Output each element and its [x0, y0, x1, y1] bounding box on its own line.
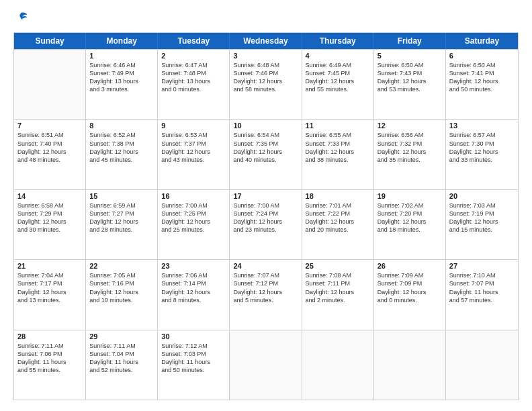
- sunrise-text: Sunrise: 6:59 AM: [89, 201, 154, 210]
- daylight-text-line2: and 50 minutes.: [161, 366, 226, 374]
- day-number: 7: [17, 122, 82, 130]
- daylight-text-line2: and 8 minutes.: [161, 296, 226, 304]
- day-number: 19: [378, 192, 442, 200]
- logo-bird-icon: [13, 11, 28, 26]
- calendar-cell: 17Sunrise: 7:00 AMSunset: 7:24 PMDayligh…: [230, 190, 302, 259]
- sunset-text: Sunset: 7:37 PM: [161, 140, 226, 148]
- calendar-cell: [230, 330, 302, 400]
- sunset-text: Sunset: 7:20 PM: [378, 210, 442, 218]
- sunrise-text: Sunrise: 6:48 AM: [233, 61, 298, 69]
- daylight-text-line1: Daylight: 12 hours: [233, 288, 298, 296]
- sunset-text: Sunset: 7:33 PM: [306, 140, 370, 148]
- sunrise-text: Sunrise: 6:47 AM: [161, 61, 226, 69]
- calendar-cell: 30Sunrise: 7:12 AMSunset: 7:03 PMDayligh…: [158, 330, 230, 400]
- calendar-cell: 21Sunrise: 7:04 AMSunset: 7:17 PMDayligh…: [14, 260, 86, 329]
- day-number: 13: [449, 122, 515, 130]
- sunset-text: Sunset: 7:19 PM: [449, 210, 515, 218]
- daylight-text-line1: Daylight: 12 hours: [306, 148, 370, 156]
- calendar-cell: 25Sunrise: 7:08 AMSunset: 7:11 PMDayligh…: [302, 260, 374, 329]
- sunset-text: Sunset: 7:11 PM: [306, 279, 370, 287]
- daylight-text-line1: Daylight: 12 hours: [378, 218, 442, 226]
- header-day-wednesday: Wednesday: [230, 33, 302, 49]
- day-number: 26: [378, 262, 442, 270]
- logo: [13, 11, 31, 26]
- calendar-cell: 4Sunrise: 6:49 AMSunset: 7:45 PMDaylight…: [302, 50, 374, 119]
- sunrise-text: Sunrise: 7:00 AM: [161, 201, 226, 210]
- daylight-text-line2: and 48 minutes.: [17, 156, 82, 164]
- day-number: 8: [89, 122, 154, 130]
- daylight-text-line2: and 18 minutes.: [378, 226, 442, 234]
- day-number: 12: [378, 122, 442, 130]
- calendar-cell: 1Sunrise: 6:46 AMSunset: 7:49 PMDaylight…: [86, 50, 158, 119]
- daylight-text-line2: and 0 minutes.: [161, 85, 226, 93]
- calendar-cell: 28Sunrise: 7:11 AMSunset: 7:06 PMDayligh…: [14, 330, 86, 400]
- daylight-text-line2: and 30 minutes.: [17, 226, 82, 234]
- sunset-text: Sunset: 7:24 PM: [233, 210, 298, 218]
- daylight-text-line2: and 2 minutes.: [306, 296, 370, 304]
- daylight-text-line1: Daylight: 12 hours: [378, 77, 442, 85]
- daylight-text-line2: and 0 minutes.: [378, 296, 442, 304]
- sunrise-text: Sunrise: 6:49 AM: [306, 61, 370, 69]
- sunset-text: Sunset: 7:46 PM: [233, 69, 298, 77]
- sunrise-text: Sunrise: 7:07 AM: [233, 271, 298, 279]
- calendar-cell: 23Sunrise: 7:06 AMSunset: 7:14 PMDayligh…: [158, 260, 230, 329]
- daylight-text-line1: Daylight: 12 hours: [378, 288, 442, 296]
- daylight-text-line2: and 45 minutes.: [89, 156, 154, 164]
- sunrise-text: Sunrise: 7:12 AM: [161, 342, 226, 350]
- daylight-text-line1: Daylight: 12 hours: [449, 218, 515, 226]
- header-day-saturday: Saturday: [446, 33, 518, 49]
- calendar-cell: 19Sunrise: 7:02 AMSunset: 7:20 PMDayligh…: [374, 190, 446, 259]
- calendar-week-1: 1Sunrise: 6:46 AMSunset: 7:49 PMDaylight…: [14, 49, 518, 119]
- sunset-text: Sunset: 7:27 PM: [89, 210, 154, 218]
- daylight-text-line1: Daylight: 12 hours: [233, 148, 298, 156]
- sunset-text: Sunset: 7:32 PM: [378, 140, 442, 148]
- day-number: 22: [89, 262, 154, 270]
- day-number: 3: [233, 52, 298, 60]
- sunset-text: Sunset: 7:29 PM: [17, 210, 82, 218]
- day-number: 18: [306, 192, 370, 200]
- day-number: 28: [17, 332, 82, 340]
- day-number: 20: [449, 192, 515, 200]
- daylight-text-line1: Daylight: 12 hours: [378, 148, 442, 156]
- sunset-text: Sunset: 7:07 PM: [449, 279, 515, 287]
- calendar-header: SundayMondayTuesdayWednesdayThursdayFrid…: [14, 33, 518, 49]
- calendar-week-5: 28Sunrise: 7:11 AMSunset: 7:06 PMDayligh…: [14, 330, 518, 400]
- daylight-text-line1: Daylight: 12 hours: [17, 218, 82, 226]
- daylight-text-line2: and 40 minutes.: [233, 156, 298, 164]
- sunrise-text: Sunrise: 6:46 AM: [89, 61, 154, 69]
- day-number: 2: [161, 52, 226, 60]
- sunset-text: Sunset: 7:38 PM: [89, 140, 154, 148]
- daylight-text-line1: Daylight: 11 hours: [17, 358, 82, 366]
- calendar-cell: 12Sunrise: 6:56 AMSunset: 7:32 PMDayligh…: [374, 120, 446, 189]
- calendar-cell: 6Sunrise: 6:50 AMSunset: 7:41 PMDaylight…: [446, 50, 518, 119]
- sunrise-text: Sunrise: 6:52 AM: [89, 131, 154, 139]
- day-number: 10: [233, 122, 298, 130]
- page-header: [13, 11, 519, 26]
- daylight-text-line2: and 55 minutes.: [306, 85, 370, 93]
- daylight-text-line2: and 13 minutes.: [17, 296, 82, 304]
- daylight-text-line1: Daylight: 12 hours: [449, 148, 515, 156]
- calendar-cell: 13Sunrise: 6:57 AMSunset: 7:30 PMDayligh…: [446, 120, 518, 189]
- calendar-cell: 5Sunrise: 6:50 AMSunset: 7:43 PMDaylight…: [374, 50, 446, 119]
- sunrise-text: Sunrise: 6:51 AM: [17, 131, 82, 139]
- calendar-cell: 24Sunrise: 7:07 AMSunset: 7:12 PMDayligh…: [230, 260, 302, 329]
- calendar-cell: 9Sunrise: 6:53 AMSunset: 7:37 PMDaylight…: [158, 120, 230, 189]
- sunrise-text: Sunrise: 7:11 AM: [17, 342, 82, 350]
- sunset-text: Sunset: 7:09 PM: [378, 279, 442, 287]
- daylight-text-line2: and 50 minutes.: [449, 85, 515, 93]
- sunset-text: Sunset: 7:17 PM: [17, 279, 82, 287]
- sunrise-text: Sunrise: 6:55 AM: [306, 131, 370, 139]
- sunset-text: Sunset: 7:12 PM: [233, 279, 298, 287]
- calendar-cell: 2Sunrise: 6:47 AMSunset: 7:48 PMDaylight…: [158, 50, 230, 119]
- header-day-tuesday: Tuesday: [158, 33, 230, 49]
- calendar-cell: 16Sunrise: 7:00 AMSunset: 7:25 PMDayligh…: [158, 190, 230, 259]
- calendar-cell: 10Sunrise: 6:54 AMSunset: 7:35 PMDayligh…: [230, 120, 302, 189]
- daylight-text-line2: and 43 minutes.: [161, 156, 226, 164]
- day-number: 29: [89, 332, 154, 340]
- calendar-cell: 18Sunrise: 7:01 AMSunset: 7:22 PMDayligh…: [302, 190, 374, 259]
- daylight-text-line1: Daylight: 12 hours: [89, 148, 154, 156]
- sunset-text: Sunset: 7:35 PM: [233, 140, 298, 148]
- sunrise-text: Sunrise: 7:08 AM: [306, 271, 370, 279]
- daylight-text-line2: and 52 minutes.: [89, 366, 154, 374]
- daylight-text-line2: and 20 minutes.: [306, 226, 370, 234]
